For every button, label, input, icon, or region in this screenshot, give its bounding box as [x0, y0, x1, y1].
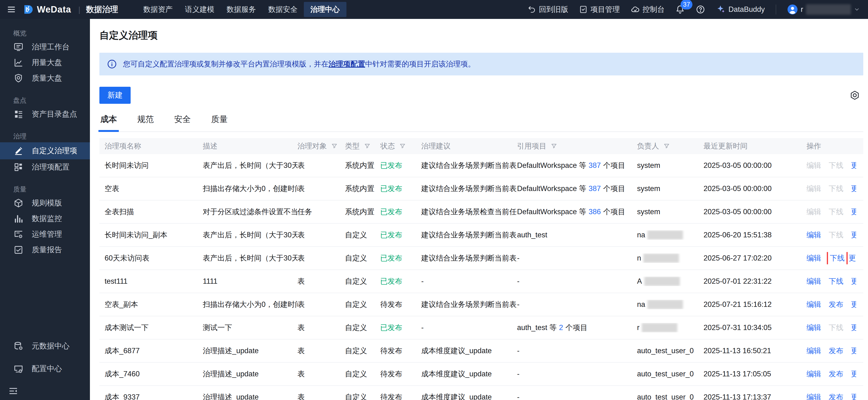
sidebar-item-label: 质量大盘 — [32, 73, 62, 84]
tab-成本[interactable]: 成本 — [99, 112, 118, 131]
cell-status: 已发布 — [380, 253, 421, 263]
action-发布[interactable]: 发布 — [829, 300, 843, 309]
cell-type: 自定义 — [345, 346, 380, 356]
action-更多[interactable]: 更多 — [851, 323, 856, 333]
action-更多[interactable]: 更多 — [851, 161, 856, 170]
cell-status: 已发布 — [380, 323, 421, 333]
action-更多[interactable]: 更多 — [851, 300, 856, 309]
sidebar-item-运维管理[interactable]: 运维管理 — [0, 227, 90, 242]
action-更多[interactable]: 更多 — [851, 369, 856, 379]
banner-link-config[interactable]: 治理项配置 — [329, 60, 365, 68]
filter-icon[interactable] — [663, 143, 670, 149]
action-发布[interactable]: 发布 — [829, 346, 843, 356]
action-编辑[interactable]: 编辑 — [806, 346, 821, 356]
sidebar-item-质量大盘[interactable]: 质量大盘 — [0, 70, 90, 86]
back-to-old-version[interactable]: 回到旧版 — [527, 4, 568, 14]
filter-icon[interactable] — [364, 143, 371, 149]
sidebar-item-自定义治理项[interactable]: 自定义治理项 — [0, 142, 90, 159]
sidebar-item-规则模版[interactable]: 规则模版 — [0, 195, 90, 211]
owner-masked — [644, 276, 680, 286]
project-management[interactable]: 项目管理 — [579, 4, 620, 14]
sidebar-item-治理工作台[interactable]: 治理工作台 — [0, 39, 90, 55]
user-name-masked — [806, 4, 851, 15]
cell-object: 表 — [298, 161, 345, 170]
action-更多[interactable]: 更多 — [851, 392, 856, 400]
action-更多[interactable]: 更多 — [851, 184, 856, 194]
owner-masked — [642, 323, 677, 332]
tab-安全[interactable]: 安全 — [173, 112, 192, 131]
help-button[interactable] — [696, 5, 705, 14]
filter-icon[interactable] — [551, 143, 557, 149]
topnav-item-数据资产[interactable]: 数据资产 — [137, 0, 179, 19]
action-下线[interactable]: 下线 — [829, 276, 843, 286]
topbar-divider — [776, 4, 776, 14]
cell-description: 治理描述_update — [203, 346, 298, 356]
cell-status: 已发布 — [380, 276, 421, 286]
category-tabs: 成本规范安全质量 — [99, 112, 863, 132]
action-更多[interactable]: 更多 — [851, 276, 856, 286]
action-更多[interactable]: 更多 — [851, 230, 856, 240]
cell-name: 空表 — [99, 184, 203, 194]
cell-name: 成本测试一下 — [99, 323, 203, 333]
ref-project-count[interactable]: 387 — [589, 185, 601, 193]
sidebar-item-数据监控[interactable]: 数据监控 — [0, 211, 90, 227]
topnav-item-治理中心[interactable]: 治理中心 — [304, 2, 346, 17]
create-new-button[interactable]: 新建 — [99, 87, 131, 104]
action-编辑[interactable]: 编辑 — [806, 369, 821, 379]
cell-actions: 编辑发布更多 — [806, 300, 856, 309]
action-编辑[interactable]: 编辑 — [806, 392, 821, 400]
cell-description: 治理描述_update — [203, 392, 298, 400]
ref-project-count[interactable]: 387 — [589, 161, 601, 170]
action-编辑[interactable]: 编辑 — [806, 253, 821, 263]
cell-suggestion: 建议结合业务场景判断当前表是否... — [421, 161, 517, 170]
sidebar-item-治理项配置[interactable]: 治理项配置 — [0, 159, 90, 175]
action-编辑[interactable]: 编辑 — [806, 230, 821, 240]
filter-icon[interactable] — [399, 143, 406, 149]
bar-chart-icon — [13, 213, 24, 224]
sidebar-item-质量报告[interactable]: 质量报告 — [0, 242, 90, 258]
cell-object: 表 — [298, 346, 345, 356]
action-发布[interactable]: 发布 — [829, 392, 843, 400]
cell-type: 自定义 — [345, 276, 380, 286]
cell-name: 成本_6877 — [99, 346, 203, 356]
topnav-item-数据服务[interactable]: 数据服务 — [221, 0, 262, 19]
ref-project-count[interactable]: 386 — [589, 207, 601, 216]
column-settings-button[interactable] — [849, 90, 863, 100]
tab-质量[interactable]: 质量 — [210, 112, 228, 131]
menu-hamburger-icon[interactable] — [0, 5, 22, 14]
action-编辑[interactable]: 编辑 — [806, 300, 821, 309]
tab-规范[interactable]: 规范 — [136, 112, 155, 131]
action-编辑: 编辑 — [806, 161, 821, 170]
cell-name: 全表扫描 — [99, 207, 203, 217]
action-更多[interactable]: 更多 — [851, 207, 856, 217]
table-row: 全表扫描对于分区或过滤条件设置不当，可...任务系统内置已发布建议结合业务场景检… — [99, 200, 863, 224]
topnav-item-数据安全[interactable]: 数据安全 — [262, 0, 304, 19]
user-account[interactable]: r — [787, 4, 860, 15]
cell-actions: 编辑下线更多 — [806, 276, 856, 286]
cell-name: 60天未访问表 — [99, 253, 203, 263]
cell-status: 待发布 — [380, 369, 421, 379]
filter-icon[interactable] — [331, 143, 338, 149]
sidebar-section-label: 盘点 — [0, 86, 90, 106]
sidebar-item-元数据中心[interactable]: 元数据中心 — [0, 335, 90, 358]
sidebar-item-配置中心[interactable]: 配置中心 — [0, 358, 90, 380]
sidebar-item-用量大盘[interactable]: 用量大盘 — [0, 55, 90, 70]
action-更多[interactable]: 更多 — [848, 253, 856, 263]
sidebar-collapse-button[interactable] — [0, 382, 90, 400]
action-下线: 下线 — [829, 161, 843, 170]
action-更多[interactable]: 更多 — [851, 346, 856, 356]
action-发布[interactable]: 发布 — [829, 369, 843, 379]
top-navigation: 数据资产语义建模数据服务数据安全治理中心 — [137, 0, 346, 19]
action-编辑[interactable]: 编辑 — [806, 276, 821, 286]
sidebar-item-资产目录盘点[interactable]: 资产目录盘点 — [0, 106, 90, 122]
cell-description: 扫描出存储大小为0，创建时间大... — [203, 184, 298, 194]
notifications-bell[interactable]: 37 — [675, 5, 685, 14]
topnav-item-语义建模[interactable]: 语义建模 — [179, 0, 221, 19]
console-link[interactable]: 控制台 — [631, 4, 664, 14]
action-下线[interactable]: 下线 — [830, 254, 844, 262]
cell-type: 系统内置 — [345, 207, 380, 217]
ref-project-count[interactable]: 2 — [559, 324, 563, 332]
sidebar-item-label: 元数据中心 — [32, 341, 69, 351]
action-编辑[interactable]: 编辑 — [806, 323, 821, 333]
databuddy-entry[interactable]: DataBuddy — [716, 5, 765, 14]
